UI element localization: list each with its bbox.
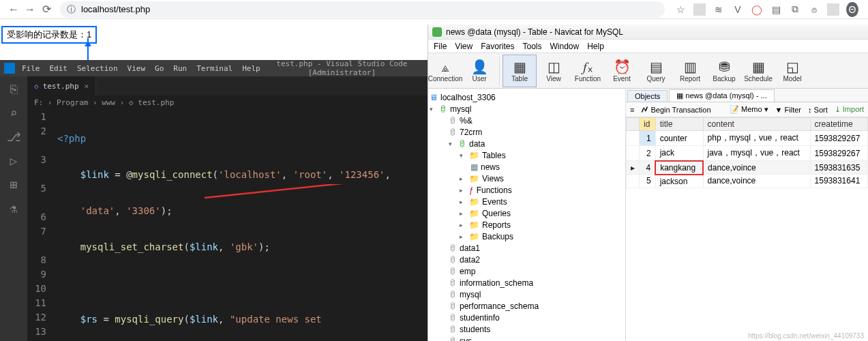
menu-window[interactable]: Window — [550, 42, 580, 51]
sort-button[interactable]: ↕ Sort — [808, 106, 828, 114]
begin-transaction-button[interactable]: 🗲 Begin Transaction — [641, 106, 710, 114]
explorer-icon[interactable]: ⎘ — [10, 82, 18, 96]
tree-db[interactable]: %& — [460, 116, 473, 125]
scm-icon[interactable]: ⎇ — [7, 130, 21, 144]
nav-forward-icon[interactable]: → — [22, 3, 38, 16]
expand-icon[interactable]: ▸ — [460, 210, 466, 217]
test-icon[interactable]: ⚗ — [10, 201, 18, 216]
tree-db-data[interactable]: data — [469, 139, 485, 149]
highlighted-cell-kangkang[interactable]: kangkang — [655, 161, 703, 175]
extensions-icon[interactable]: ⊞ — [10, 177, 18, 192]
col-content[interactable]: content — [703, 118, 810, 131]
tree-db[interactable]: mysql — [450, 104, 471, 114]
tree-db[interactable]: emp — [460, 267, 475, 276]
toolbar-event[interactable]: ⏰Event — [605, 55, 639, 87]
tree-db[interactable]: data1 — [460, 243, 480, 253]
toolbar-view[interactable]: ◫View — [537, 55, 571, 87]
menu-edit[interactable]: Edit — [50, 64, 68, 73]
menu-favorites[interactable]: Favorites — [481, 42, 514, 51]
tree-db[interactable]: performance_schema — [460, 301, 539, 311]
expand-icon[interactable]: ▸ — [460, 233, 466, 240]
menu-terminal[interactable]: Terminal — [196, 64, 233, 73]
menu-view[interactable]: View — [128, 64, 146, 73]
tree-backups[interactable]: Backups — [482, 232, 513, 241]
menu-file[interactable]: File — [22, 64, 40, 73]
menu-view[interactable]: View — [455, 42, 473, 51]
tree-reports[interactable]: Reports — [482, 220, 511, 230]
tab-news-table[interactable]: ▦ news @data (mysql) - ... — [669, 89, 774, 102]
tree-db[interactable]: mysql — [460, 290, 481, 299]
col-createtime[interactable]: createtime — [810, 118, 867, 131]
ext-icon[interactable]: ⌾ — [808, 4, 820, 15]
site-info-icon[interactable]: ⓘ — [67, 3, 76, 16]
ext-icon[interactable]: ▤ — [770, 4, 782, 15]
toolbar-function[interactable]: 𝑓ₓFunction — [571, 55, 605, 87]
expand-icon[interactable]: ▸ — [460, 222, 466, 228]
collapse-icon[interactable]: ▾ — [460, 152, 466, 159]
ext-icon[interactable]: V — [732, 4, 744, 15]
expand-icon[interactable]: ▸ — [460, 198, 466, 205]
toolbar-table[interactable]: ▦Table — [503, 55, 537, 87]
menu-icon[interactable]: ≡ — [630, 106, 634, 114]
toolbar-query[interactable]: ▤Query — [639, 55, 673, 87]
tab-test-php[interactable]: ◇ test.php × — [27, 76, 96, 95]
debug-icon[interactable]: ▷ — [10, 153, 18, 168]
tree-db[interactable]: sys — [460, 336, 472, 342]
table-row[interactable]: 2jackjava，mysql，vue，react1593829267 — [627, 146, 868, 161]
breadcrumb[interactable]: F: › Program › www › ◇ test.php — [27, 95, 428, 110]
toolbar-schedule[interactable]: ▦Schedule — [741, 55, 775, 87]
tree-host[interactable]: localhost_3306 — [440, 93, 496, 102]
menu-selection[interactable]: Selection — [77, 64, 118, 73]
star-icon[interactable]: ☆ — [674, 4, 687, 15]
col-id[interactable]: id — [640, 118, 656, 131]
menu-run[interactable]: Run — [173, 64, 187, 73]
table-row-current[interactable]: ▸4kangkangdance,voince1593831635 — [627, 161, 868, 175]
tree-tables[interactable]: Tables — [482, 151, 506, 160]
ext-icon[interactable]: ≋ — [713, 4, 725, 15]
toolbar-backup[interactable]: ⛃Backup — [707, 55, 741, 87]
tree-events[interactable]: Events — [482, 197, 507, 207]
collapse-icon[interactable]: ▾ — [430, 106, 436, 113]
expand-icon[interactable]: ▸ — [460, 175, 466, 182]
address-field-wrap[interactable]: ⓘ — [60, 1, 665, 18]
tree-db[interactable]: information_schema — [460, 278, 533, 288]
code-lines[interactable]: <?php $link = @mysqli_connect('localhost… — [55, 110, 428, 341]
tree-table-news[interactable]: news — [481, 162, 500, 172]
tree-views[interactable]: Views — [482, 174, 504, 183]
tree-db[interactable]: studentinfo — [460, 313, 500, 323]
filter-button[interactable]: ▼ Filter — [775, 106, 801, 114]
menu-file[interactable]: File — [434, 42, 447, 51]
close-tab-icon[interactable]: × — [85, 82, 89, 91]
menu-go[interactable]: Go — [155, 64, 164, 73]
menu-tools[interactable]: Tools — [523, 42, 542, 51]
table-row[interactable]: 5jacksondance,voince1593831641 — [627, 175, 868, 188]
expand-icon[interactable]: ▸ — [460, 187, 466, 194]
nav-back-icon[interactable]: ← — [5, 3, 22, 16]
import-button[interactable]: ⤓ Import — [835, 105, 864, 114]
memo-button[interactable]: 📝 Memo ▾ — [730, 105, 768, 114]
tree-db[interactable]: students — [460, 325, 490, 334]
search-icon[interactable]: ⌕ — [10, 106, 18, 120]
menu-help[interactable]: Help — [587, 42, 604, 51]
ext-icon[interactable]: ⧉ — [789, 3, 801, 15]
toolbar-user[interactable]: 👤User — [462, 55, 496, 87]
tree-functions[interactable]: Functions — [477, 186, 512, 195]
code-area[interactable]: 1235678910111213 <?php $link = @mysqli_c… — [27, 110, 428, 341]
tree-queries[interactable]: Queries — [482, 209, 511, 218]
menu-help[interactable]: Help — [242, 64, 260, 73]
tree-db[interactable]: data2 — [460, 255, 480, 265]
profile-avatar-icon[interactable]: Θ — [846, 2, 858, 17]
address-input[interactable] — [81, 4, 658, 14]
collapse-icon[interactable]: ▾ — [449, 140, 455, 147]
toolbar-connection[interactable]: ⟁Connection — [428, 55, 462, 87]
connection-tree[interactable]: 🖥localhost_3306 ▾🛢mysql 🛢%& 🛢72crm ▾🛢dat… — [428, 89, 626, 341]
data-grid[interactable]: id title content createtime 1counterphp，… — [626, 117, 868, 341]
toolbar-report[interactable]: ▥Report — [673, 55, 707, 87]
ext-icon[interactable]: ◯ — [751, 4, 763, 15]
nav-reload-icon[interactable]: ⟳ — [38, 3, 55, 16]
toolbar-model[interactable]: ◱Model — [775, 55, 809, 87]
tab-objects[interactable]: Objects — [627, 90, 668, 102]
tree-db[interactable]: 72crm — [460, 128, 482, 137]
col-title[interactable]: title — [655, 118, 703, 131]
table-row[interactable]: 1counterphp，mysql，vue，react1593829267 — [627, 131, 868, 146]
